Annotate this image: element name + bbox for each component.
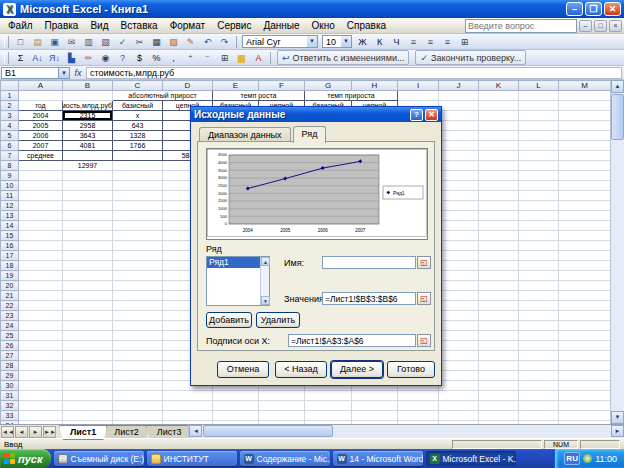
- cell-C27[interactable]: [113, 351, 163, 361]
- horizontal-scrollbar[interactable]: ◄ ►: [188, 425, 624, 438]
- column-header-K[interactable]: K: [479, 81, 519, 91]
- cell-C21[interactable]: [113, 291, 163, 301]
- cell-K17[interactable]: [479, 251, 519, 261]
- cell-B10[interactable]: [63, 181, 113, 191]
- cell-M28[interactable]: [559, 361, 611, 371]
- cell-B4[interactable]: 2958: [63, 121, 113, 131]
- cell-A4[interactable]: 2005: [19, 121, 63, 131]
- row-header-22[interactable]: 22: [1, 301, 19, 311]
- cell-E31[interactable]: [213, 391, 259, 401]
- cell-C7[interactable]: [113, 151, 163, 161]
- menu-data[interactable]: Данные: [257, 19, 305, 32]
- minimize-button[interactable]: –: [566, 2, 583, 16]
- cell-A14[interactable]: [19, 221, 63, 231]
- cell-L28[interactable]: [519, 361, 559, 371]
- cell-L17[interactable]: [519, 251, 559, 261]
- underline-icon[interactable]: Ч: [389, 35, 404, 49]
- cell-K26[interactable]: [479, 341, 519, 351]
- cell-A17[interactable]: [19, 251, 63, 261]
- cell-B9[interactable]: [63, 171, 113, 181]
- cell-C6[interactable]: 1766: [113, 141, 163, 151]
- row-header-6[interactable]: 6: [1, 141, 19, 151]
- cell-J29[interactable]: [439, 371, 479, 381]
- vertical-scrollbar[interactable]: ▲ ▼: [610, 80, 624, 424]
- cell-B1[interactable]: [63, 91, 113, 101]
- cell-A31[interactable]: [19, 391, 63, 401]
- cell-B6[interactable]: 4081: [63, 141, 113, 151]
- scroll-down-icon[interactable]: ▼: [611, 411, 624, 424]
- formula-input[interactable]: стоимость,млрд.руб: [86, 67, 622, 79]
- insert-function-icon[interactable]: fx: [70, 68, 86, 78]
- cell-J14[interactable]: [439, 221, 479, 231]
- cell-C18[interactable]: [113, 261, 163, 271]
- cell-C1[interactable]: абсолютный прирост: [113, 91, 213, 101]
- cell-A10[interactable]: [19, 181, 63, 191]
- cell-J3[interactable]: [439, 111, 479, 121]
- format-painter-icon[interactable]: ✎: [183, 35, 198, 49]
- increase-decimal-icon[interactable]: ⁺: [183, 51, 198, 65]
- workbook-restore-button[interactable]: □: [594, 20, 607, 32]
- cell-J33[interactable]: [439, 411, 479, 421]
- remove-series-button[interactable]: Удалить: [256, 312, 300, 328]
- cell-J8[interactable]: [439, 161, 479, 171]
- cell-M13[interactable]: [559, 211, 611, 221]
- column-header-A[interactable]: A: [19, 81, 63, 91]
- cell-K5[interactable]: [479, 131, 519, 141]
- cell-C23[interactable]: [113, 311, 163, 321]
- cell-M6[interactable]: [559, 141, 611, 151]
- cell-H31[interactable]: [352, 391, 398, 401]
- row-header-16[interactable]: 16: [1, 241, 19, 251]
- cell-M10[interactable]: [559, 181, 611, 191]
- cell-M33[interactable]: [559, 411, 611, 421]
- cell-L12[interactable]: [519, 201, 559, 211]
- cell-L24[interactable]: [519, 321, 559, 331]
- cell-M22[interactable]: [559, 301, 611, 311]
- column-header-G[interactable]: G: [305, 81, 352, 91]
- cell-C30[interactable]: [113, 381, 163, 391]
- dialog-close-button[interactable]: ✕: [425, 109, 438, 121]
- cell-B27[interactable]: [63, 351, 113, 361]
- scroll-down-icon[interactable]: ▼: [261, 296, 270, 305]
- previous-sheet-icon[interactable]: ◄: [15, 426, 28, 438]
- taskbar-task-3[interactable]: WСодержание - Mic...: [240, 451, 330, 466]
- email-icon[interactable]: ✉: [64, 35, 79, 49]
- cell-B16[interactable]: [63, 241, 113, 251]
- cell-A11[interactable]: [19, 191, 63, 201]
- cell-C28[interactable]: [113, 361, 163, 371]
- cell-K32[interactable]: [479, 401, 519, 411]
- font-color-icon[interactable]: А: [251, 51, 266, 65]
- sheet-tab-1[interactable]: Лист1: [59, 425, 107, 440]
- cell-B8[interactable]: 12997: [63, 161, 113, 171]
- cell-B17[interactable]: [63, 251, 113, 261]
- zoom-icon[interactable]: ◉: [98, 51, 113, 65]
- scroll-right-icon[interactable]: ►: [611, 425, 624, 437]
- cell-K31[interactable]: [479, 391, 519, 401]
- cell-L29[interactable]: [519, 371, 559, 381]
- cell-A32[interactable]: [19, 401, 63, 411]
- cell-C29[interactable]: [113, 371, 163, 381]
- cell-J7[interactable]: [439, 151, 479, 161]
- cell-A9[interactable]: [19, 171, 63, 181]
- range-selector-icon[interactable]: ◱: [417, 256, 431, 269]
- row-header-12[interactable]: 12: [1, 201, 19, 211]
- scroll-up-icon[interactable]: ▲: [611, 80, 624, 93]
- cell-E1[interactable]: темп роста: [213, 91, 305, 101]
- cell-L14[interactable]: [519, 221, 559, 231]
- cell-A13[interactable]: [19, 211, 63, 221]
- cell-A16[interactable]: [19, 241, 63, 251]
- cell-L10[interactable]: [519, 181, 559, 191]
- cell-C19[interactable]: [113, 271, 163, 281]
- cell-J22[interactable]: [439, 301, 479, 311]
- print-preview-icon[interactable]: ▧: [98, 35, 113, 49]
- fill-color-icon[interactable]: ▆: [234, 51, 249, 65]
- cell-K2[interactable]: [479, 101, 519, 111]
- cell-M15[interactable]: [559, 231, 611, 241]
- scroll-up-icon[interactable]: ▲: [261, 257, 270, 266]
- cell-M30[interactable]: [559, 381, 611, 391]
- cell-C33[interactable]: [113, 411, 163, 421]
- cell-L5[interactable]: [519, 131, 559, 141]
- cell-B30[interactable]: [63, 381, 113, 391]
- cell-L21[interactable]: [519, 291, 559, 301]
- cell-M20[interactable]: [559, 281, 611, 291]
- cell-B11[interactable]: [63, 191, 113, 201]
